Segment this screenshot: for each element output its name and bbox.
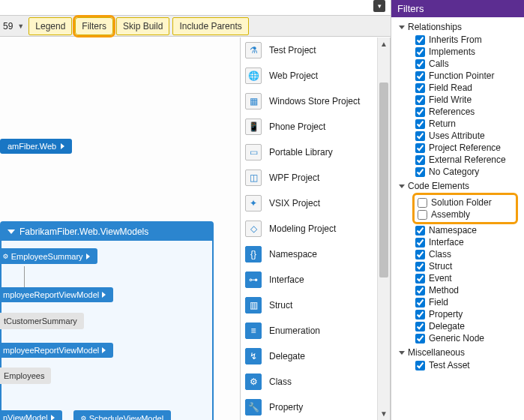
zoom-value: 59 xyxy=(1,20,14,33)
filter-checkbox-item[interactable]: Namespace xyxy=(415,224,521,236)
diagram-node-employees[interactable]: Employees xyxy=(0,368,51,384)
brace-icon: {} xyxy=(245,246,262,262)
skip-build-button[interactable]: Skip Build xyxy=(116,17,169,35)
filter-checkbox-label: Namespace xyxy=(429,225,477,236)
filter-checkbox[interactable] xyxy=(415,238,425,248)
template-item[interactable]: ▭Portable Library xyxy=(241,140,377,165)
filter-checkbox-item[interactable]: Field Write xyxy=(415,94,521,106)
filter-checkbox-item[interactable]: External Reference xyxy=(415,154,521,166)
filter-checkbox[interactable] xyxy=(415,167,425,177)
filter-checkbox-item[interactable]: Return xyxy=(415,118,521,130)
filters-button[interactable]: Filters xyxy=(75,17,113,35)
filters-section: Code ElementsSolution FolderAssemblyName… xyxy=(399,179,521,344)
filter-checkbox[interactable] xyxy=(415,95,425,105)
filter-checkbox-item[interactable]: Field Read xyxy=(415,82,521,94)
template-item[interactable]: ✦VSIX Project xyxy=(241,190,377,216)
filter-checkbox[interactable] xyxy=(418,198,427,208)
filter-checkbox[interactable] xyxy=(415,143,425,153)
filter-checkbox-item[interactable]: Solution Folder xyxy=(418,196,513,208)
templates-scrollbar[interactable]: ▲ ▼ xyxy=(377,38,390,420)
filter-checkbox-item[interactable]: Method xyxy=(415,284,521,296)
filter-checkbox-item[interactable]: Project Reference xyxy=(415,142,521,154)
filter-checkbox[interactable] xyxy=(415,361,425,370)
filter-checkbox-item[interactable]: References xyxy=(415,106,521,118)
template-item-label: VSIX Project xyxy=(269,198,320,208)
filter-checkbox-item[interactable]: Function Pointer xyxy=(415,70,521,82)
zoom-dropdown[interactable]: 59 ▼ xyxy=(1,20,25,33)
globe-icon: 🌐 xyxy=(245,68,262,84)
template-item-label: Enumeration xyxy=(269,326,320,336)
filters-section-header[interactable]: Code Elements xyxy=(399,179,521,193)
filter-checkbox[interactable] xyxy=(415,286,425,296)
diagram-node-schedule-vm[interactable]: ⚙ ScheduleViewModel xyxy=(73,410,171,420)
template-item[interactable]: ⚙Class xyxy=(241,369,377,394)
filter-checkbox[interactable] xyxy=(415,155,425,165)
filter-checkbox-item[interactable]: Event xyxy=(415,272,521,284)
diagram-node-emp-report-vm2[interactable]: mployeeReportViewModel xyxy=(0,343,113,358)
diagram-node-emp-report-vm1[interactable]: mployeeReportViewModel xyxy=(0,287,113,302)
flask-icon: ⚗ xyxy=(245,42,262,58)
caret-down-icon xyxy=(399,184,405,188)
filter-checkbox[interactable] xyxy=(415,250,425,260)
filter-checkbox[interactable] xyxy=(415,298,425,308)
scroll-down-arrow[interactable]: ▼ xyxy=(378,407,390,420)
include-parents-button[interactable]: Include Parents xyxy=(172,17,248,35)
filter-checkbox-item[interactable]: Delegate xyxy=(415,320,521,332)
filter-checkbox-item[interactable]: Field xyxy=(415,296,521,308)
filter-checkbox-item[interactable]: Inherits From xyxy=(415,34,521,46)
template-item[interactable]: ⚗Test Project xyxy=(241,38,377,63)
filter-checkbox-item[interactable]: Test Asset xyxy=(415,359,521,371)
template-item-label: WPF Project xyxy=(269,172,319,183)
filter-checkbox[interactable] xyxy=(415,35,425,45)
template-item[interactable]: ▦Windows Store Project xyxy=(241,88,377,114)
template-item[interactable]: ▥Struct xyxy=(241,292,377,318)
filter-checkbox[interactable] xyxy=(415,262,425,272)
legend-button[interactable]: Legend xyxy=(28,17,72,35)
diagram-node-fabrikam-web[interactable]: amFiber.Web xyxy=(0,139,72,154)
filter-checkbox-item[interactable]: Assembly xyxy=(418,208,513,220)
filter-checkbox[interactable] xyxy=(415,71,425,81)
template-item[interactable]: 🔧Property xyxy=(241,394,377,420)
filter-checkbox-item[interactable]: Struct xyxy=(415,260,521,272)
filter-checkbox[interactable] xyxy=(415,131,425,141)
scrollbar-thumb[interactable] xyxy=(379,82,388,278)
filter-checkbox[interactable] xyxy=(415,274,425,284)
panel-options-dropdown[interactable]: ▾ xyxy=(373,0,385,12)
filter-checkbox-item[interactable]: Implements xyxy=(415,46,521,58)
template-item[interactable]: ≡Enumeration xyxy=(241,318,377,344)
filter-checkbox[interactable] xyxy=(415,59,425,69)
filter-checkbox[interactable] xyxy=(415,322,425,332)
template-item[interactable]: ◇Modeling Project xyxy=(241,216,377,242)
filter-checkbox[interactable] xyxy=(415,334,425,344)
filter-checkbox[interactable] xyxy=(415,226,425,236)
template-item-label: Windows Store Project xyxy=(269,96,360,106)
filter-checkbox[interactable] xyxy=(415,310,425,320)
diagram-node-vm1[interactable]: nViewModel xyxy=(0,410,62,420)
template-item[interactable]: 🌐Web Project xyxy=(241,63,377,88)
template-item[interactable]: {}Namespace xyxy=(241,242,377,267)
diagram-group-viewmodels[interactable]: FabrikamFiber.Web.ViewModels ⚙ EmployeeS… xyxy=(0,221,214,420)
diagram-node-get-customer-summary[interactable]: tCustomerSummary xyxy=(0,313,84,329)
templates-list[interactable]: ⚗Test Project🌐Web Project▦Windows Store … xyxy=(241,38,377,420)
filter-checkbox-item[interactable]: Calls xyxy=(415,58,521,70)
template-item[interactable]: ↯Delegate xyxy=(241,344,377,369)
filter-checkbox[interactable] xyxy=(415,83,425,93)
scroll-up-arrow[interactable]: ▲ xyxy=(378,38,390,50)
filter-checkbox-item[interactable]: Property xyxy=(415,308,521,320)
filter-checkbox-item[interactable]: Uses Attribute xyxy=(415,130,521,142)
filter-checkbox[interactable] xyxy=(415,107,425,117)
template-item[interactable]: 📱Phone Project xyxy=(241,114,377,140)
filter-checkbox[interactable] xyxy=(418,210,427,220)
filter-checkbox-item[interactable]: No Category xyxy=(415,166,521,178)
filter-checkbox-item[interactable]: Interface xyxy=(415,236,521,248)
template-item[interactable]: ◫WPF Project xyxy=(241,165,377,190)
filter-checkbox-item[interactable]: Generic Node xyxy=(415,332,521,344)
filter-checkbox-label: Inherits From xyxy=(429,34,482,45)
filter-checkbox-item[interactable]: Class xyxy=(415,248,521,260)
template-item[interactable]: ⊶Interface xyxy=(241,267,377,292)
diagram-group-header[interactable]: FabrikamFiber.Web.ViewModels xyxy=(1,223,212,241)
filters-section-header[interactable]: Miscellaneous xyxy=(399,346,521,359)
filter-checkbox[interactable] xyxy=(415,119,425,129)
filters-section-header[interactable]: Relationships xyxy=(399,20,521,34)
filter-checkbox[interactable] xyxy=(415,47,425,57)
